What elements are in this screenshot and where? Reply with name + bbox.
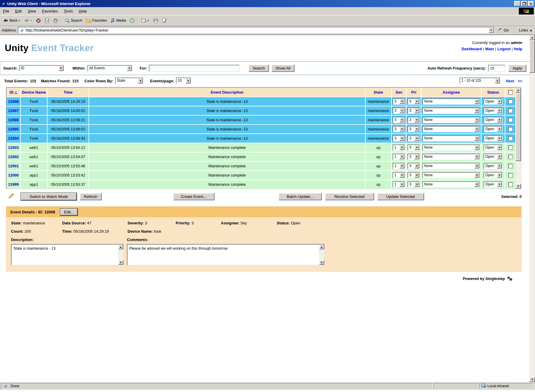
col-header-status[interactable]: Status xyxy=(482,88,505,97)
col-header-assignee[interactable]: Assignee xyxy=(421,88,481,97)
assignee-select[interactable]: None xyxy=(422,135,480,141)
scroll-up-icon[interactable] xyxy=(118,245,123,249)
event-id-link[interactable]: 12003 xyxy=(7,143,20,152)
search-button[interactable]: Search xyxy=(248,64,269,72)
event-id-link[interactable]: 12001 xyxy=(7,162,20,170)
chevron-down-icon[interactable] xyxy=(497,145,502,150)
menu-file[interactable]: File xyxy=(0,8,12,15)
status-select[interactable]: Open xyxy=(484,172,503,178)
chevron-down-icon[interactable] xyxy=(474,117,479,122)
switch-watch-mode-button[interactable]: Switch to Watch Mode xyxy=(21,193,77,200)
row-checkbox[interactable] xyxy=(509,173,512,177)
col-header-id[interactable]: ID △ xyxy=(7,88,20,97)
assignee-select[interactable]: None xyxy=(422,163,480,169)
chevron-down-icon[interactable] xyxy=(414,99,419,104)
chevron-down-icon[interactable] xyxy=(474,154,479,159)
assignee-select[interactable]: None xyxy=(422,117,480,123)
status-select[interactable]: Open xyxy=(484,117,503,123)
pri-select[interactable]: 3 xyxy=(407,108,420,114)
chevron-down-icon[interactable] xyxy=(497,163,502,169)
col-header-pri[interactable]: Pri xyxy=(407,88,421,97)
chevron-down-icon[interactable] xyxy=(497,108,502,113)
menu-view[interactable]: View xyxy=(25,8,39,15)
row-checkbox[interactable] xyxy=(509,146,512,149)
sev-select[interactable]: 1 xyxy=(393,163,405,169)
textarea-scrollbar[interactable] xyxy=(319,245,324,265)
chevron-down-icon[interactable] xyxy=(495,78,500,84)
menu-help[interactable]: Help xyxy=(76,8,90,15)
color-rows-select[interactable]: State xyxy=(115,78,144,84)
chevron-down-icon[interactable] xyxy=(497,182,502,187)
chevron-down-icon[interactable] xyxy=(186,78,191,84)
nav-logout[interactable]: Logout xyxy=(497,47,510,51)
sev-select[interactable]: 3 xyxy=(393,126,405,132)
chevron-down-icon[interactable] xyxy=(399,163,405,169)
chevron-down-icon[interactable] xyxy=(127,66,132,71)
scroll-down-icon[interactable] xyxy=(118,260,123,265)
table-scrollbar[interactable] xyxy=(515,88,521,189)
chevron-down-icon[interactable] xyxy=(414,117,419,122)
chevron-down-icon[interactable] xyxy=(497,99,502,104)
chevron-down-icon[interactable] xyxy=(414,127,419,132)
menu-favorites[interactable]: Favorites xyxy=(39,8,61,15)
event-id-link[interactable]: 12002 xyxy=(7,152,20,161)
nav-help[interactable]: Help xyxy=(514,47,522,51)
status-select[interactable]: Open xyxy=(484,126,503,132)
sev-select[interactable]: 3 xyxy=(393,135,405,141)
col-header-time[interactable]: Time xyxy=(48,88,89,97)
chevron-down-icon[interactable] xyxy=(474,173,479,178)
assignee-select[interactable]: None xyxy=(422,172,480,178)
chevron-down-icon[interactable] xyxy=(414,145,419,150)
pri-select[interactable]: 3 xyxy=(407,172,420,178)
row-checkbox[interactable] xyxy=(509,182,512,186)
scroll-down-icon[interactable] xyxy=(319,260,324,265)
row-checkbox[interactable] xyxy=(509,127,512,131)
status-select[interactable]: Open xyxy=(484,154,503,160)
address-dropdown-icon[interactable] xyxy=(489,27,494,33)
back-dropdown-icon[interactable]: ▼ xyxy=(18,19,21,22)
nav-dashboard[interactable]: Dashboard xyxy=(462,47,482,51)
minimize-button[interactable] xyxy=(514,1,520,6)
chevron-down-icon[interactable] xyxy=(497,117,502,122)
address-input[interactable] xyxy=(26,28,489,32)
sev-select[interactable]: 1 xyxy=(393,154,405,160)
sev-select[interactable]: 3 xyxy=(393,108,405,114)
row-checkbox[interactable] xyxy=(509,109,512,113)
events-per-page-select[interactable]: 10 xyxy=(176,78,191,84)
scroll-up-icon[interactable] xyxy=(529,35,535,40)
event-id-link[interactable]: 12007 xyxy=(7,106,20,115)
row-checkbox[interactable] xyxy=(509,155,512,159)
chevron-down-icon[interactable] xyxy=(414,182,419,187)
close-button[interactable]: × xyxy=(528,1,534,6)
event-id-link[interactable]: 12008 xyxy=(7,97,20,106)
sev-select[interactable]: 1 xyxy=(393,172,405,178)
chevron-down-icon[interactable] xyxy=(497,173,502,178)
sev-select[interactable]: 1 xyxy=(393,144,405,151)
scrollbar-thumb[interactable] xyxy=(515,93,521,161)
create-event-button[interactable]: Create Event... xyxy=(173,193,215,200)
description-textarea[interactable]: State is maintenance - 13 xyxy=(11,244,124,265)
chevron-down-icon[interactable] xyxy=(474,99,479,104)
chevron-down-icon[interactable] xyxy=(474,163,479,169)
chevron-down-icon[interactable] xyxy=(414,108,419,113)
sev-select[interactable]: 3 xyxy=(393,117,405,123)
pri-select[interactable]: 3 xyxy=(407,98,420,105)
event-id-link[interactable]: 12000 xyxy=(7,171,20,180)
search-toolbar-button[interactable]: Search xyxy=(63,17,84,24)
chevron-down-icon[interactable] xyxy=(414,163,419,169)
scroll-down-icon[interactable] xyxy=(515,184,521,189)
search-for-input[interactable] xyxy=(149,65,240,72)
pri-select[interactable]: 3 xyxy=(407,163,420,169)
links-bar[interactable]: Links xyxy=(518,28,533,33)
menu-tools[interactable]: Tools xyxy=(61,8,76,15)
pri-select[interactable]: 3 xyxy=(407,144,420,151)
refresh-events-button[interactable]: Refresh xyxy=(80,193,102,200)
pager-select[interactable]: 1 - 10 of 115 xyxy=(460,78,501,84)
search-field-select[interactable]: ID xyxy=(19,65,64,72)
chevron-down-icon[interactable] xyxy=(399,173,405,178)
status-select[interactable]: Open xyxy=(484,135,503,141)
next-page-link[interactable]: Next >> xyxy=(506,79,522,83)
page-scrollbar[interactable] xyxy=(529,35,535,382)
forward-dropdown-icon[interactable]: ▼ xyxy=(30,19,32,22)
row-checkbox[interactable] xyxy=(509,164,512,168)
